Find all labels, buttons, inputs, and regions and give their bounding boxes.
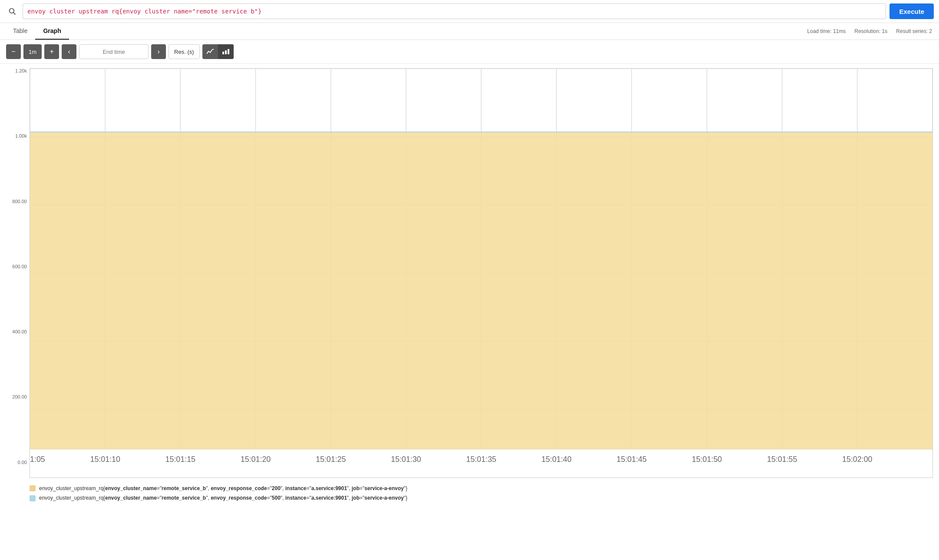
resolution-button[interactable]: Res. (s) [169, 44, 200, 59]
svg-text:15:01:20: 15:01:20 [241, 455, 271, 464]
svg-marker-26 [30, 132, 932, 449]
search-icon [5, 4, 19, 18]
y-label-5: 200.00 [12, 394, 27, 399]
y-label-1: 1.00k [15, 133, 27, 138]
chart-plot: 15:01:05 15:01:10 15:01:15 15:01:20 15:0… [30, 68, 933, 478]
y-label-0: 1.20k [15, 68, 27, 73]
svg-text:15:01:05: 15:01:05 [30, 455, 45, 464]
svg-text:15:02:00: 15:02:00 [842, 455, 873, 464]
svg-text:15:01:25: 15:01:25 [316, 455, 346, 464]
legend-item-0: envoy_cluster_upstream_rq{envoy_cluster_… [30, 485, 933, 492]
svg-line-1 [13, 13, 16, 15]
svg-text:15:01:55: 15:01:55 [767, 455, 797, 464]
chart-svg: 15:01:05 15:01:10 15:01:15 15:01:20 15:0… [30, 68, 933, 478]
svg-text:15:01:50: 15:01:50 [692, 455, 722, 464]
execute-button[interactable]: Execute [889, 3, 934, 19]
legend-text-0: envoy_cluster_upstream_rq{envoy_cluster_… [39, 485, 407, 492]
tab-table[interactable]: Table [5, 23, 35, 40]
meta-info: Load time: 11ms Resolution: 1s Result se… [807, 28, 932, 34]
legend-swatch-1 [30, 495, 36, 501]
svg-text:15:01:40: 15:01:40 [541, 455, 572, 464]
line-chart-button[interactable] [202, 44, 218, 59]
svg-text:15:01:30: 15:01:30 [391, 455, 421, 464]
legend-area: envoy_cluster_upstream_rq{envoy_cluster_… [0, 478, 939, 509]
minus-button[interactable]: − [6, 44, 21, 59]
range-label: 1m [23, 44, 42, 59]
tabs-row: Table Graph Load time: 11ms Resolution: … [0, 23, 939, 40]
svg-rect-3 [225, 50, 227, 54]
legend-text-1: envoy_cluster_upstream_rq{envoy_cluster_… [39, 494, 407, 502]
svg-text:15:01:45: 15:01:45 [617, 455, 647, 464]
controls-row: − 1m + ‹ › Res. (s) [0, 40, 939, 64]
svg-text:15:01:35: 15:01:35 [466, 455, 496, 464]
stacked-chart-button[interactable] [218, 44, 234, 59]
plus-button[interactable]: + [44, 44, 59, 59]
y-label-6: 0.00 [18, 460, 27, 465]
chart-type-group [202, 44, 234, 59]
prev-button[interactable]: ‹ [62, 44, 76, 59]
legend-item-1: envoy_cluster_upstream_rq{envoy_cluster_… [30, 494, 933, 502]
tab-graph[interactable]: Graph [35, 23, 69, 40]
end-time-input[interactable] [79, 44, 149, 59]
top-bar: Execute [0, 0, 939, 23]
query-input[interactable] [23, 3, 886, 19]
svg-rect-2 [222, 52, 224, 54]
y-axis-labels: 1.20k 1.00k 800.00 600.00 400.00 200.00 … [6, 68, 30, 465]
y-label-2: 800.00 [12, 199, 27, 204]
legend-swatch-0 [30, 485, 36, 491]
y-label-3: 600.00 [12, 264, 27, 269]
next-button[interactable]: › [151, 44, 166, 59]
result-series: Result series: 2 [896, 28, 932, 34]
svg-rect-4 [228, 49, 229, 54]
svg-point-0 [10, 9, 14, 13]
resolution: Resolution: 1s [854, 28, 887, 34]
svg-rect-28 [30, 450, 932, 477]
svg-text:15:01:10: 15:01:10 [90, 455, 120, 464]
chart-area: 1.20k 1.00k 800.00 600.00 400.00 200.00 … [0, 64, 939, 478]
chart-container: 1.20k 1.00k 800.00 600.00 400.00 200.00 … [6, 68, 933, 478]
y-label-4: 400.00 [12, 329, 27, 334]
load-time: Load time: 11ms [807, 28, 846, 34]
svg-text:15:01:15: 15:01:15 [165, 455, 196, 464]
